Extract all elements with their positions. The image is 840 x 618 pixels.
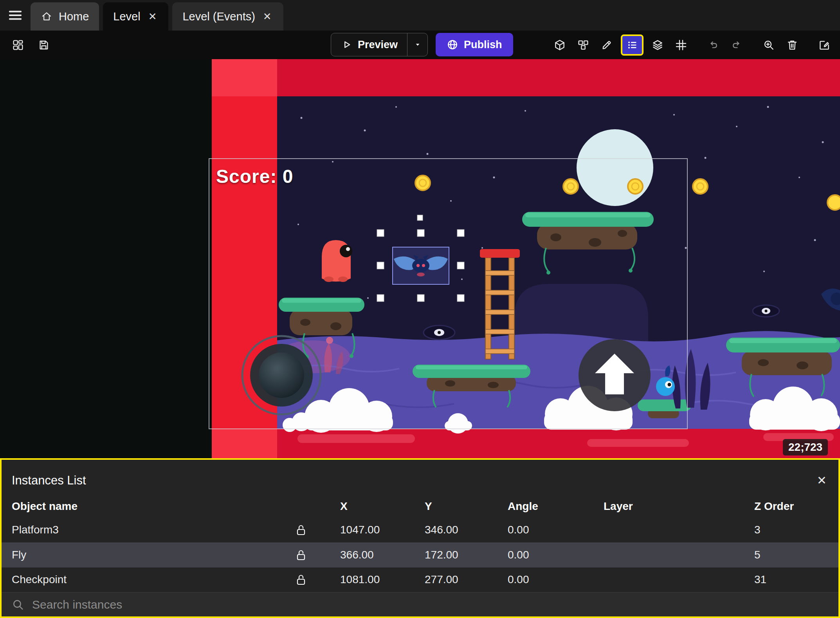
layers-button[interactable] [648,36,667,54]
instance-z-order: 31 [733,573,838,586]
preview-button[interactable]: Preview [331,33,407,56]
tab-home-label: Home [59,10,89,23]
edit-scene-button[interactable] [815,36,834,54]
objects-panel-button[interactable] [550,36,569,54]
lock-toggle-button[interactable] [296,549,306,561]
edit-mode-button[interactable] [597,36,616,54]
column-z-order: Z Order [733,500,838,513]
instances-list-panel: Instances List ✕ Object name X Y Angle L… [0,458,840,618]
lock-toggle-button[interactable] [296,574,306,585]
close-icon[interactable]: ✕ [261,11,273,22]
layers-icon [651,39,664,51]
instance-x: 366.00 [319,549,403,561]
edit-square-icon [818,39,831,51]
save-icon [38,39,50,51]
instances-list-icon [626,39,638,51]
trash-icon [786,39,799,51]
home-icon [41,11,52,22]
instances-table-header: Object name X Y Angle Layer Z Order [2,496,838,518]
cubes-group-icon [577,39,589,51]
undo-button[interactable] [704,36,723,54]
moon[interactable] [577,129,653,206]
red-band-top [277,59,840,96]
hamburger-icon [8,8,23,23]
zoom-button[interactable] [759,36,778,54]
close-icon[interactable]: ✕ [147,11,159,22]
instances-search-bar [2,592,838,616]
publish-label: Publish [464,39,502,51]
object-groups-button[interactable] [574,36,593,54]
save-button[interactable] [34,36,53,54]
lock-toggle-button[interactable] [296,524,306,536]
tab-level-events-label: Level (Events) [182,10,255,23]
grid-icon [675,39,687,51]
cube-icon [553,39,566,51]
unlock-icon [296,574,306,585]
preview-button-group: Preview [331,33,428,56]
delete-button[interactable] [783,36,802,54]
instance-name: Fly [2,549,283,561]
instance-x: 1047.00 [319,524,403,536]
preview-label: Preview [358,39,398,51]
instances-list-button[interactable] [621,34,644,56]
instance-name: Checkpoint [2,573,283,586]
instance-row[interactable]: Platform3 1047.00 346.00 0.00 3 [2,517,838,542]
tab-home[interactable]: Home [31,2,99,31]
score-text-object[interactable]: Score: 0 [216,166,293,187]
instance-row[interactable]: Checkpoint 1081.00 277.00 0.00 31 [2,567,838,593]
column-angle: Angle [486,500,582,513]
chevron-down-icon [413,40,423,50]
instance-y: 277.00 [403,573,486,586]
jump-button[interactable] [579,339,651,411]
column-x: X [319,500,403,513]
column-y: Y [403,500,486,513]
undo-icon [707,39,719,51]
ghost-eye-creature[interactable] [424,325,455,340]
publish-button[interactable]: Publish [436,33,513,56]
selected-fly-enemy[interactable] [393,247,449,284]
grid-button[interactable] [672,36,690,54]
instance-angle: 0.00 [486,573,582,586]
main-menu-button[interactable] [0,0,31,31]
zoom-in-icon [762,39,775,51]
search-instances-input[interactable] [32,598,828,611]
dashboard-icon [12,39,24,51]
game-editor-window: Home Level ✕ Level (Events) ✕ [0,0,840,618]
instance-name: Platform3 [2,524,283,536]
instance-z-order: 3 [733,524,838,536]
cursor-coordinates-badge: 22;723 [783,439,828,455]
globe-icon [447,39,458,51]
pencil-icon [600,39,613,51]
instance-y: 346.00 [403,524,486,536]
instance-angle: 0.00 [486,524,582,536]
instance-z-order: 5 [733,549,838,561]
instance-y: 172.00 [403,549,486,561]
instance-row[interactable]: Fly 366.00 172.00 0.00 5 [2,542,838,567]
project-manager-button[interactable] [9,36,27,54]
instance-x: 1081.00 [319,573,403,586]
red-band-bottom [277,429,840,458]
column-object-name: Object name [2,500,283,513]
preview-options-button[interactable] [407,33,427,56]
redo-button[interactable] [727,36,746,54]
scene-canvas[interactable]: Score: 0 22;723 [0,59,840,458]
game-scene [0,59,840,458]
tab-level-events[interactable]: Level (Events) ✕ [172,2,283,31]
close-icon[interactable]: ✕ [817,473,827,487]
tab-level-label: Level [113,10,140,23]
ghost-eye-creature[interactable] [753,305,779,317]
play-icon [341,39,352,51]
player-character[interactable] [322,240,352,282]
redo-icon [730,39,743,51]
unlock-icon [296,549,306,561]
joystick-control[interactable] [242,336,321,414]
search-icon [12,598,24,611]
tab-level[interactable]: Level ✕ [103,2,168,31]
unlock-icon [296,524,306,536]
editor-toolbar: Preview Publish [0,31,840,59]
panel-title: Instances List [12,473,86,488]
instance-angle: 0.00 [486,549,582,561]
column-layer: Layer [582,500,733,513]
tab-bar: Home Level ✕ Level (Events) ✕ [0,0,840,31]
